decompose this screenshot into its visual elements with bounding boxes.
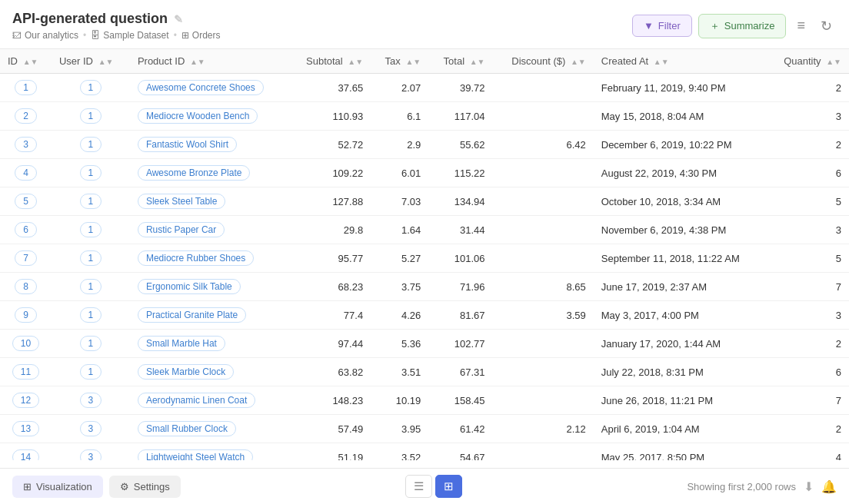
- cell-user-id-pill[interactable]: 1: [80, 165, 102, 181]
- cell-id[interactable]: 10: [0, 330, 52, 358]
- cell-id-pill[interactable]: 3: [15, 137, 37, 152]
- cell-user-id[interactable]: 1: [52, 301, 130, 330]
- col-header-id[interactable]: ID ▲▼: [0, 49, 52, 74]
- cell-product-id-link[interactable]: Sleek Marble Clock: [138, 364, 234, 380]
- col-header-tax[interactable]: Tax ▲▼: [371, 49, 428, 74]
- cell-id-pill[interactable]: 6: [15, 222, 37, 237]
- cell-user-id[interactable]: 1: [52, 244, 130, 273]
- col-header-quantity[interactable]: Quantity ▲▼: [767, 49, 849, 74]
- cell-id-pill[interactable]: 4: [15, 165, 37, 181]
- cell-product-id[interactable]: Small Marble Hat: [130, 330, 289, 358]
- cell-product-id[interactable]: Mediocre Rubber Shoes: [130, 244, 289, 273]
- edit-icon[interactable]: ✎: [174, 13, 183, 25]
- breadcrumb-analytics[interactable]: 🗠 Our analytics: [12, 30, 78, 41]
- cell-user-id[interactable]: 1: [52, 216, 130, 244]
- cell-user-id-pill[interactable]: 1: [80, 80, 102, 95]
- cell-id-pill[interactable]: 10: [12, 336, 39, 351]
- cell-id-pill[interactable]: 13: [12, 421, 39, 436]
- cell-product-id-link[interactable]: Small Marble Hat: [138, 336, 225, 351]
- cell-user-id[interactable]: 1: [52, 330, 130, 358]
- alert-icon[interactable]: 🔔: [821, 479, 837, 494]
- cell-product-id-link[interactable]: Aerodynamic Linen Coat: [138, 393, 255, 408]
- cell-id[interactable]: 13: [0, 415, 52, 443]
- cell-product-id-link[interactable]: Awesome Concrete Shoes: [138, 80, 264, 95]
- cell-user-id-pill[interactable]: 1: [80, 279, 102, 294]
- breadcrumb-dataset[interactable]: 🗄 Sample Dataset: [91, 30, 168, 41]
- cell-id-pill[interactable]: 12: [12, 393, 39, 408]
- cell-id[interactable]: 12: [0, 386, 52, 415]
- cell-product-id-link[interactable]: Fantastic Wool Shirt: [138, 137, 237, 152]
- cell-user-id[interactable]: 1: [52, 187, 130, 216]
- cell-id[interactable]: 14: [0, 443, 52, 461]
- settings-button[interactable]: ⚙ Settings: [109, 476, 181, 498]
- col-header-discount[interactable]: Discount ($) ▲▼: [492, 49, 593, 74]
- cell-product-id[interactable]: Aerodynamic Linen Coat: [130, 386, 289, 415]
- cell-user-id-pill[interactable]: 1: [80, 137, 102, 152]
- cell-id[interactable]: 6: [0, 216, 52, 244]
- cell-id[interactable]: 3: [0, 131, 52, 159]
- cell-product-id-link[interactable]: Lightweight Steel Watch: [138, 449, 253, 460]
- cell-product-id-link[interactable]: Mediocre Wooden Bench: [138, 108, 258, 124]
- cell-product-id[interactable]: Ergonomic Silk Table: [130, 273, 289, 301]
- cell-user-id-pill[interactable]: 1: [80, 307, 102, 323]
- cell-id-pill[interactable]: 11: [12, 364, 39, 380]
- filter-button[interactable]: ▼ Filter: [632, 15, 692, 37]
- refresh-icon[interactable]: ↻: [816, 15, 837, 38]
- cell-id-pill[interactable]: 14: [12, 449, 39, 460]
- cell-id[interactable]: 5: [0, 187, 52, 216]
- download-icon[interactable]: ⬇: [804, 479, 814, 494]
- cell-product-id-link[interactable]: Sleek Steel Table: [138, 194, 226, 209]
- cell-id[interactable]: 7: [0, 244, 52, 273]
- cell-product-id-link[interactable]: Small Rubber Clock: [138, 421, 236, 436]
- summarize-button[interactable]: ＋ Summarize: [698, 14, 787, 38]
- cell-user-id[interactable]: 3: [52, 415, 130, 443]
- cell-product-id[interactable]: Practical Granite Plate: [130, 301, 289, 330]
- cell-id[interactable]: 8: [0, 273, 52, 301]
- cell-product-id-link[interactable]: Mediocre Rubber Shoes: [138, 250, 254, 266]
- cell-user-id[interactable]: 1: [52, 102, 130, 131]
- cell-user-id-pill[interactable]: 1: [80, 250, 102, 266]
- cell-user-id-pill[interactable]: 3: [80, 421, 102, 436]
- table-view-button[interactable]: ☰: [405, 475, 432, 498]
- cell-user-id[interactable]: 1: [52, 358, 130, 386]
- cell-product-id[interactable]: Small Rubber Clock: [130, 415, 289, 443]
- cell-id[interactable]: 2: [0, 102, 52, 131]
- cell-user-id[interactable]: 1: [52, 131, 130, 159]
- cell-id[interactable]: 4: [0, 159, 52, 187]
- cell-product-id[interactable]: Fantastic Wool Shirt: [130, 131, 289, 159]
- cell-user-id-pill[interactable]: 1: [80, 108, 102, 124]
- col-header-subtotal[interactable]: Subtotal ▲▼: [289, 49, 371, 74]
- grid-view-button[interactable]: ⊞: [435, 475, 462, 498]
- cell-user-id[interactable]: 1: [52, 273, 130, 301]
- cell-id-pill[interactable]: 7: [15, 250, 37, 266]
- cell-user-id[interactable]: 3: [52, 443, 130, 461]
- cell-id-pill[interactable]: 2: [15, 108, 37, 124]
- cell-user-id-pill[interactable]: 1: [80, 222, 102, 237]
- cell-user-id-pill[interactable]: 1: [80, 336, 102, 351]
- cell-product-id[interactable]: Sleek Steel Table: [130, 187, 289, 216]
- cell-product-id[interactable]: Sleek Marble Clock: [130, 358, 289, 386]
- cell-id-pill[interactable]: 8: [15, 279, 37, 294]
- col-header-total[interactable]: Total ▲▼: [428, 49, 492, 74]
- cell-product-id-link[interactable]: Ergonomic Silk Table: [138, 279, 241, 294]
- col-header-product-id[interactable]: Product ID ▲▼: [130, 49, 289, 74]
- cell-id[interactable]: 1: [0, 74, 52, 102]
- visualization-button[interactable]: ⊞ Visualization: [12, 476, 103, 498]
- cell-id-pill[interactable]: 1: [15, 80, 37, 95]
- cell-product-id-link[interactable]: Practical Granite Plate: [138, 307, 246, 323]
- cell-user-id-pill[interactable]: 3: [80, 393, 102, 408]
- list-view-icon[interactable]: ≡: [792, 15, 810, 37]
- cell-id-pill[interactable]: 5: [15, 194, 37, 209]
- breadcrumb-orders[interactable]: ⊞ Orders: [181, 30, 221, 41]
- cell-id-pill[interactable]: 9: [15, 307, 37, 323]
- cell-product-id[interactable]: Awesome Concrete Shoes: [130, 74, 289, 102]
- cell-product-id[interactable]: Awesome Bronze Plate: [130, 159, 289, 187]
- cell-user-id-pill[interactable]: 1: [80, 364, 102, 380]
- cell-product-id-link[interactable]: Rustic Paper Car: [138, 222, 225, 237]
- cell-user-id-pill[interactable]: 1: [80, 194, 102, 209]
- cell-user-id-pill[interactable]: 3: [80, 449, 102, 460]
- col-header-created-at[interactable]: Created At ▲▼: [594, 49, 767, 74]
- cell-product-id[interactable]: Rustic Paper Car: [130, 216, 289, 244]
- cell-id[interactable]: 9: [0, 301, 52, 330]
- cell-id[interactable]: 11: [0, 358, 52, 386]
